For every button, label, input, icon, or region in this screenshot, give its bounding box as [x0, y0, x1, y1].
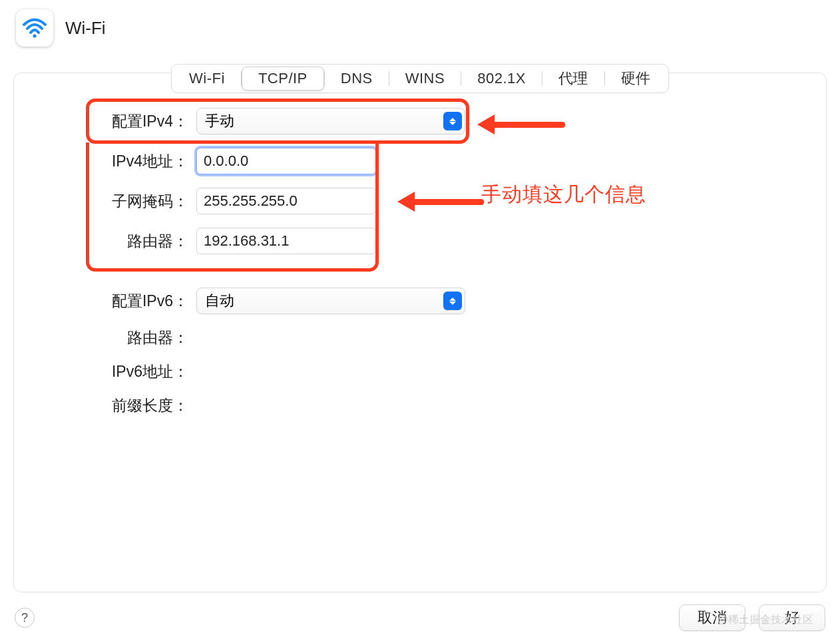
tab-tcpip[interactable]: TCP/IP [242, 67, 324, 91]
router-ipv4-input[interactable] [196, 228, 376, 254]
settings-panel: Wi-Fi TCP/IP DNS WINS 802.1X 代理 硬件 手动填这几… [13, 73, 827, 592]
wifi-icon [16, 9, 53, 47]
ipv6-address-label: IPv6地址： [91, 361, 188, 382]
configure-ipv6-label: 配置IPv6： [91, 291, 188, 312]
help-button[interactable]: ? [15, 608, 35, 628]
ok-button[interactable]: 好 [759, 604, 825, 631]
annotation-arrow [477, 114, 565, 134]
tab-8021x[interactable]: 802.1X [461, 67, 542, 90]
prefix-length-label: 前缀长度： [91, 395, 188, 416]
subnet-mask-input[interactable] [196, 188, 376, 214]
page-title: Wi-Fi [65, 18, 106, 39]
configure-ipv4-label: 配置IPv4： [91, 111, 188, 132]
tabs-container: Wi-Fi TCP/IP DNS WINS 802.1X 代理 硬件 [171, 64, 669, 93]
tab-wins[interactable]: WINS [389, 67, 461, 90]
tab-hardware[interactable]: 硬件 [605, 66, 667, 91]
chevron-up-down-icon [443, 292, 462, 310]
annotation-text: 手动填这几个信息 [481, 181, 646, 208]
router-ipv6-label: 路由器： [91, 327, 188, 348]
cancel-button[interactable]: 取消 [679, 604, 745, 631]
configure-ipv6-select[interactable]: 自动 [196, 288, 465, 314]
tab-proxy[interactable]: 代理 [542, 66, 604, 91]
tab-dns[interactable]: DNS [325, 67, 389, 90]
svg-point-0 [33, 34, 36, 37]
tab-wifi[interactable]: Wi-Fi [173, 67, 241, 90]
configure-ipv6-value: 自动 [205, 291, 234, 311]
annotation-arrow [397, 192, 484, 212]
subnet-mask-label: 子网掩码： [91, 191, 188, 212]
router-ipv4-label: 路由器： [91, 231, 188, 252]
ipv4-address-label: IPv4地址： [91, 151, 188, 172]
configure-ipv4-value: 手动 [205, 111, 234, 131]
configure-ipv4-select[interactable]: 手动 [196, 108, 465, 134]
ipv4-address-input[interactable] [196, 148, 376, 174]
chevron-up-down-icon [443, 112, 462, 130]
